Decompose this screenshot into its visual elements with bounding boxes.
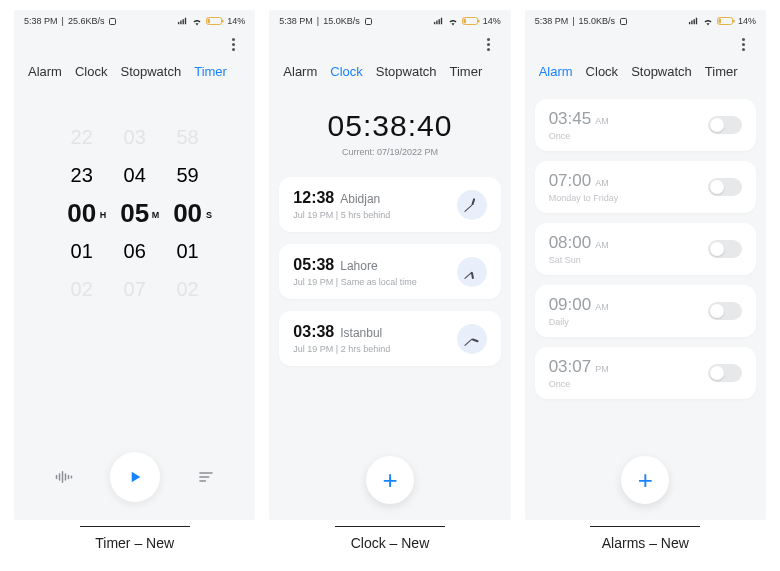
- alarm-repeat: Once: [549, 131, 609, 141]
- svg-rect-4: [365, 18, 371, 24]
- status-time: 5:38 PM: [24, 16, 58, 26]
- alarm-card[interactable]: 03:45 AM Once: [535, 99, 756, 151]
- status-sep: |: [317, 16, 319, 26]
- phone-clock: 5:38 PM | 15.0KB/s 14% Alarm Clock Stopw…: [269, 10, 510, 520]
- alarm-time: 08:00: [549, 233, 592, 253]
- tab-alarm[interactable]: Alarm: [283, 64, 317, 79]
- battery-text: 14%: [738, 16, 756, 26]
- alarm-time: 03:07: [549, 357, 592, 377]
- tabs: Alarm Clock Stopwatch Timer: [14, 54, 255, 85]
- alarm-toggle[interactable]: [708, 178, 742, 196]
- caption-alarms: Alarms – New: [525, 526, 766, 551]
- list-icon: [198, 470, 214, 484]
- alarm-toggle[interactable]: [708, 364, 742, 382]
- tab-clock[interactable]: Clock: [330, 64, 363, 79]
- clock-face-icon: [457, 324, 487, 354]
- caption-clock: Clock – New: [269, 526, 510, 551]
- add-alarm-button[interactable]: +: [621, 456, 669, 504]
- tab-clock[interactable]: Clock: [586, 64, 619, 79]
- tabs: Alarm Clock Stopwatch Timer: [525, 54, 766, 85]
- wifi-icon: [447, 17, 459, 26]
- more-menu-icon[interactable]: [736, 36, 752, 52]
- svg-rect-10: [718, 19, 721, 24]
- alarm-time: 09:00: [549, 295, 592, 315]
- status-sep: |: [62, 16, 64, 26]
- status-sep: |: [572, 16, 574, 26]
- city-sub: Jul 19 PM | 2 hrs behind: [293, 344, 390, 354]
- alarm-card[interactable]: 08:00 AM Sat Sun: [535, 223, 756, 275]
- current-date: Current: 07/19/2022 PM: [279, 147, 500, 157]
- tab-clock[interactable]: Clock: [75, 64, 108, 79]
- city-name: Abidjan: [340, 192, 380, 206]
- clock-face-icon: [457, 190, 487, 220]
- more-menu-icon[interactable]: [481, 36, 497, 52]
- alarm-ampm: AM: [595, 240, 609, 250]
- alarm-repeat: Monday to Friday: [549, 193, 619, 203]
- battery-text: 14%: [227, 16, 245, 26]
- notification-icon: [619, 17, 628, 26]
- tab-timer[interactable]: Timer: [194, 64, 227, 79]
- svg-rect-8: [621, 18, 627, 24]
- tab-stopwatch[interactable]: Stopwatch: [376, 64, 437, 79]
- phone-timer: 5:38 PM | 25.6KB/s 14% Alarm Clock Stopw…: [14, 10, 255, 520]
- play-icon: [127, 469, 143, 485]
- alarm-toggle[interactable]: [708, 116, 742, 134]
- signal-icon: [433, 17, 444, 26]
- city-card[interactable]: 12:38 Abidjan Jul 19 PM | 5 hrs behind: [279, 177, 500, 232]
- tab-stopwatch[interactable]: Stopwatch: [631, 64, 692, 79]
- plus-icon: +: [638, 465, 653, 496]
- tab-alarm[interactable]: Alarm: [28, 64, 62, 79]
- alarm-toggle[interactable]: [708, 240, 742, 258]
- signal-icon: [177, 17, 188, 26]
- big-time: 05:38:40: [279, 109, 500, 143]
- hours-column[interactable]: 22 23 00H 01 02: [67, 125, 96, 301]
- tab-timer[interactable]: Timer: [705, 64, 738, 79]
- caption-timer: Timer – New: [14, 526, 255, 551]
- sound-button[interactable]: [47, 460, 81, 494]
- phone-alarms: 5:38 PM | 15.0KB/s 14% Alarm Clock Stopw…: [525, 10, 766, 520]
- alarm-ampm: AM: [595, 302, 609, 312]
- status-time: 5:38 PM: [279, 16, 313, 26]
- status-bar: 5:38 PM | 15.0KB/s 14%: [269, 10, 510, 30]
- city-sub: Jul 19 PM | Same as local time: [293, 277, 416, 287]
- time-picker[interactable]: 22 23 00H 01 02 03 04 05M 06 07 58 59 00…: [24, 125, 245, 301]
- alarm-repeat: Daily: [549, 317, 609, 327]
- add-city-button[interactable]: +: [366, 456, 414, 504]
- waveform-icon: [55, 470, 73, 484]
- status-time: 5:38 PM: [535, 16, 569, 26]
- alarm-time: 07:00: [549, 171, 592, 191]
- alarm-repeat: Sat Sun: [549, 255, 609, 265]
- tabs: Alarm Clock Stopwatch Timer: [269, 54, 510, 85]
- status-speed: 15.0KB/s: [323, 16, 360, 26]
- city-time: 12:38: [293, 189, 334, 207]
- minutes-column[interactable]: 03 04 05M 06 07: [120, 125, 149, 301]
- city-card[interactable]: 05:38 Lahore Jul 19 PM | Same as local t…: [279, 244, 500, 299]
- battery-icon: [462, 16, 480, 26]
- status-bar: 5:38 PM | 15.0KB/s 14%: [525, 10, 766, 30]
- tab-timer[interactable]: Timer: [450, 64, 483, 79]
- tab-stopwatch[interactable]: Stopwatch: [120, 64, 181, 79]
- alarm-ampm: AM: [595, 178, 609, 188]
- more-menu-icon[interactable]: [225, 36, 241, 52]
- notification-icon: [364, 17, 373, 26]
- seconds-column[interactable]: 58 59 00S 01 02: [173, 125, 202, 301]
- alarm-card[interactable]: 09:00 AM Daily: [535, 285, 756, 337]
- alarm-toggle[interactable]: [708, 302, 742, 320]
- list-button[interactable]: [189, 460, 223, 494]
- city-card[interactable]: 03:38 Istanbul Jul 19 PM | 2 hrs behind: [279, 311, 500, 366]
- svg-rect-3: [222, 20, 224, 23]
- city-time: 03:38: [293, 323, 334, 341]
- svg-rect-2: [208, 19, 211, 24]
- city-name: Istanbul: [340, 326, 382, 340]
- battery-icon: [717, 16, 735, 26]
- alarm-card[interactable]: 07:00 AM Monday to Friday: [535, 161, 756, 213]
- wifi-icon: [191, 17, 203, 26]
- battery-icon: [206, 16, 224, 26]
- city-sub: Jul 19 PM | 5 hrs behind: [293, 210, 390, 220]
- status-bar: 5:38 PM | 25.6KB/s 14%: [14, 10, 255, 30]
- city-time: 05:38: [293, 256, 334, 274]
- signal-icon: [688, 17, 699, 26]
- alarm-card[interactable]: 03:07 PM Once: [535, 347, 756, 399]
- tab-alarm[interactable]: Alarm: [539, 64, 573, 79]
- play-button[interactable]: [110, 452, 160, 502]
